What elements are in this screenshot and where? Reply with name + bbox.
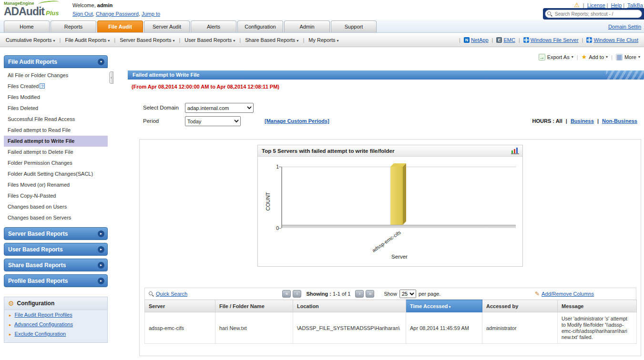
search-input[interactable] xyxy=(545,10,642,18)
config-item-exclude-configuration: ▸ Exclude Configuration xyxy=(4,329,107,339)
menu-my-reports[interactable]: My Reports▾ xyxy=(308,37,338,43)
export-as-button[interactable]: → Export As ▾ xyxy=(539,54,573,60)
page-size-select[interactable]: 25 xyxy=(399,290,416,298)
sidebar-section-share-based-reports[interactable]: Share Based Reports ▸ xyxy=(4,259,108,271)
windows-file-cluster-link[interactable]: Windows File Clust xyxy=(593,37,638,43)
sidebar-collapse-handle[interactable]: ‹ xyxy=(109,71,113,84)
hours-non-business-link[interactable]: Non-Business xyxy=(602,118,637,124)
search-icon xyxy=(547,11,552,17)
chevron-down-icon: ▾ xyxy=(98,59,104,65)
config-item-advanced-configurations: ▸ Advanced Configurations xyxy=(4,320,107,329)
search-bar xyxy=(543,8,644,20)
help-icon[interactable]: ? xyxy=(40,83,45,89)
windows-file-server-link[interactable]: Windows File Server xyxy=(531,37,579,43)
welcome-prefix: Welcome, xyxy=(72,2,96,8)
sidebar-item-all-file-or-folder-changes[interactable]: All File or Folder Changes xyxy=(4,70,108,81)
sidebar-item-failed-attempt-to-write-file[interactable]: Failed attempt to Write File xyxy=(4,136,108,147)
domain-settings-link[interactable]: Domain Settin xyxy=(608,24,641,30)
tab-reports[interactable]: Reports xyxy=(51,20,96,32)
netapp-link[interactable]: NetApp xyxy=(471,37,489,43)
prev-page-button[interactable]: ‹ xyxy=(293,290,301,298)
tab-server-audit[interactable]: Server Audit xyxy=(144,20,190,32)
quick-search-link[interactable]: Quick Search xyxy=(156,291,187,297)
report-menu-bar: Cumulative Reports▾ | File Audit Reports… xyxy=(0,33,644,47)
menu-user-based-reports[interactable]: User Based Reports▾ xyxy=(184,37,235,43)
hours-business-link[interactable]: Business xyxy=(571,118,594,124)
menu-server-based-reports[interactable]: Server Based Reports▾ xyxy=(120,37,174,43)
manage-custom-periods-link[interactable]: [Manage Custom Periods] xyxy=(265,118,329,124)
sidebar-item-files-copy-n-pasted[interactable]: Files Copy-N-Pasted xyxy=(4,190,108,201)
next-page-button[interactable]: › xyxy=(355,290,364,298)
sidebar-item-folder-permission-changes[interactable]: Folder Permission Changes xyxy=(4,158,108,169)
sidebar-item-changes-based-on-users[interactable]: Changes based on Users xyxy=(4,201,108,212)
divider: | xyxy=(597,118,599,124)
menu-cumulative-reports[interactable]: Cumulative Reports▾ xyxy=(6,37,55,43)
y-tick-0: 0 xyxy=(271,225,279,231)
tab-configuration[interactable]: Configuration xyxy=(237,20,283,32)
exclude-configuration-link[interactable]: Exclude Configuration xyxy=(15,331,66,337)
quick-search[interactable]: Quick Search xyxy=(149,291,187,297)
bar-adssp-emc-cifs[interactable] xyxy=(390,167,403,225)
advanced-configurations-link[interactable]: Advanced Configurations xyxy=(14,321,73,327)
column-header-time-accessed[interactable]: Time Accessed▾ xyxy=(406,300,482,312)
period-label: Period xyxy=(143,118,159,124)
bar-chart-icon[interactable] xyxy=(511,148,519,154)
divider: | xyxy=(519,37,520,43)
sidebar-section-profile-based-reports[interactable]: Profile Based Reports ▸ xyxy=(4,274,108,287)
last-page-button[interactable]: » xyxy=(366,290,374,298)
sidebar-item-files-moved-or-renamed[interactable]: Files Moved (or) Renamed xyxy=(4,180,108,190)
add-remove-columns[interactable]: ✎ Add/Remove Columns xyxy=(535,290,594,297)
column-header-accessed-by[interactable]: Accessed by xyxy=(482,300,558,312)
sign-out-link[interactable]: Sign Out xyxy=(72,11,93,17)
menu-file-audit-reports[interactable]: File Audit Reports▾ xyxy=(65,37,110,43)
sidebar-item-files-created[interactable]: Files Created? xyxy=(4,81,108,92)
change-password-link[interactable]: Change Password xyxy=(96,11,139,17)
more-button[interactable]: ▦ More ▾ xyxy=(616,54,640,60)
talkback-link[interactable]: TalkBa xyxy=(627,2,643,8)
menu-label: File Audit Reports xyxy=(65,37,106,43)
first-page-button[interactable]: « xyxy=(282,290,291,298)
sidebar-item-files-modified[interactable]: Files Modified xyxy=(4,92,108,103)
tab-alerts[interactable]: Alerts xyxy=(191,20,236,32)
chevron-right-icon: ▸ xyxy=(98,262,104,269)
add-remove-columns-link[interactable]: Add/Remove Columns xyxy=(542,291,594,297)
storage-links: | N NetApp | E EMC | Windows File Server… xyxy=(456,37,638,43)
sidebar-item-changes-based-on-servers[interactable]: Changes based on Servers xyxy=(4,212,108,223)
chevron-right-icon: ▸ xyxy=(9,322,11,327)
license-link[interactable]: License xyxy=(587,2,605,8)
warning-icon[interactable]: ⚠ xyxy=(574,1,580,9)
sidebar-item-folder-audit-setting-changes[interactable]: Folder Audit Setting Changes(SACL) xyxy=(4,169,108,180)
tab-home[interactable]: Home xyxy=(4,20,50,32)
file-audit-report-profiles-link[interactable]: File Audit Report Profiles xyxy=(15,312,72,318)
tab-file-audit[interactable]: File Audit xyxy=(97,20,143,32)
domain-select[interactable]: adap.internal.com xyxy=(185,103,254,113)
column-header-message[interactable]: Message xyxy=(558,300,637,312)
chevron-down-icon: ▾ xyxy=(233,39,235,43)
divider: | xyxy=(583,2,584,8)
report-title: Failed attempt to Write File xyxy=(133,72,199,78)
emc-link[interactable]: EMC xyxy=(503,37,515,43)
sidebar-item-files-deleted[interactable]: Files Deleted xyxy=(4,103,108,114)
sidebar-item-successful-file-read-access[interactable]: Successful File Read Access xyxy=(4,114,108,125)
column-header-location[interactable]: Location xyxy=(293,300,406,312)
sidebar-section-title: Share Based Reports xyxy=(8,262,66,269)
add-to-button[interactable]: ★ Add to ▾ xyxy=(582,53,608,60)
sidebar-section-server-based-reports[interactable]: Server Based Reports ▸ xyxy=(4,227,108,240)
period-select[interactable]: Today xyxy=(185,116,241,126)
help-link[interactable]: Help xyxy=(611,2,622,8)
column-header-server[interactable]: Server xyxy=(145,300,215,312)
page-size-control: Show 25 per page. xyxy=(384,290,440,298)
column-label: Server xyxy=(149,303,165,309)
sidebar-item-label: Files Created xyxy=(8,83,39,89)
jump-to-link[interactable]: Jump to xyxy=(142,11,160,17)
tab-support[interactable]: Support xyxy=(331,20,377,32)
sidebar-item-failed-attempt-to-read-file[interactable]: Failed attempt to Read File xyxy=(4,125,108,136)
menu-share-based-reports[interactable]: Share Based Reports▾ xyxy=(245,37,298,43)
tab-admin[interactable]: Admin xyxy=(284,20,330,32)
x-axis-title: Server xyxy=(383,254,416,260)
sidebar-item-failed-attempt-to-delete-file[interactable]: Failed attempt to Delete File xyxy=(4,147,108,158)
column-header-file-folder-name[interactable]: File / Folder Name xyxy=(215,300,293,312)
logo-product: ADAudit xyxy=(4,5,44,18)
sidebar-section-user-based-reports[interactable]: User Based Reports ▸ xyxy=(4,243,108,256)
sidebar-section-file-audit-reports[interactable]: File Audit Reports ▾ xyxy=(4,55,108,68)
